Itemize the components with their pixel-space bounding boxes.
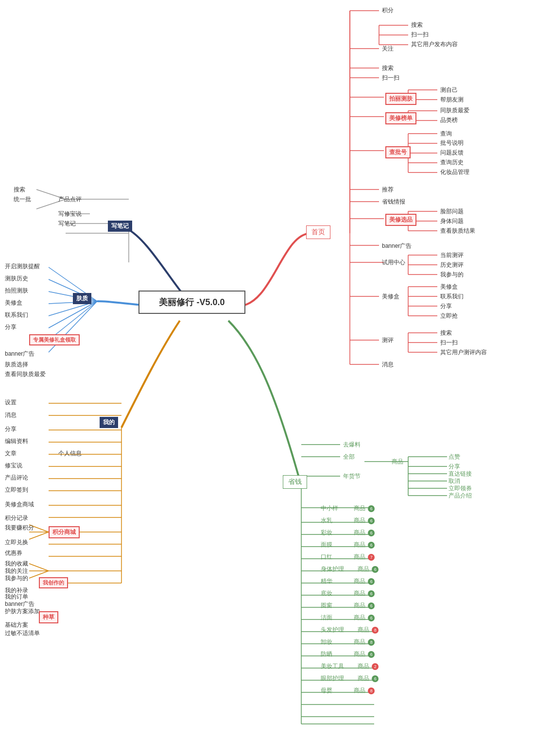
node-wodechuangzuo: 我创作的 [39,577,68,588]
node-save: 省钱 [283,475,307,489]
node-zhongcao: 种草 [39,611,58,623]
label-bangpengyou: 帮朋友测 [440,96,464,104]
label-fenxiang1: 分享 [440,302,452,310]
label-shangp3: 商品 6 [354,529,375,537]
label-dangqian: 当前测评 [440,251,464,259]
node-meixuan: 美修选品 [385,214,416,226]
label-jiemian: 洁面 [321,614,332,622]
node-write: 写笔记 [108,221,132,232]
label-meizhuanggj: 美妆工具 [321,662,344,670]
label-shangp14: 商品 2 [358,662,379,670]
label-youhuiquan: 优惠券 [5,549,22,557]
label-lijiduhuan: 立即兑换 [5,538,28,547]
label-lishi1: 历史测评 [440,261,464,269]
label-sousuo2: 搜索 [382,64,394,72]
label-mianmo: 面膜 [321,541,332,549]
label-xiubaoshuo: 修宝说 [5,462,22,470]
label-muying: 母婴 [321,687,332,695]
node-zhuanshulihebox: 专属美修礼盒领取 [29,334,80,345]
label-jichu: 基础方案 [5,621,28,629]
label-xiaoxi-m: 消息 [5,411,17,419]
label-guanzhu: 关注 [382,45,394,53]
label-shangp9: 商品 6 [354,601,375,610]
label-liqiang: 立即抢 [440,312,458,320]
label-gerenminfo: 个人信息 [58,449,82,458]
label-quanbu: 全部 [343,453,355,461]
label-shangp7: 商品 6 [354,577,375,585]
label-shezhi: 设置 [5,398,17,407]
label-shangp16: 商品 8 [354,687,375,695]
label-shangp5: 商品 7 [354,553,375,561]
label-shangp15: 商品 6 [358,674,379,683]
label-shangp8: 商品 6 [354,589,375,598]
label-sousuo-w: 搜索 [14,186,25,194]
label-qubaoliag: 去爆料 [343,441,361,449]
label-nianhj: 年货节 [343,472,361,481]
label-dizhuang: 底妆 [321,589,332,598]
label-sousuo1: 搜索 [411,21,423,29]
label-wocanyude: 我参与的 [440,271,464,279]
label-shangp6: 商品 6 [358,565,379,573]
label-tongfu: 同肤质最爱 [440,106,469,115]
label-meihebox-s: 美修盒 [5,299,22,307]
label-other-ceping: 其它用户测评内容 [440,348,487,357]
label-wenzhang: 文章 [5,449,17,458]
label-pinlei: 品类榜 [440,116,458,124]
label-shentiwt: 身体问题 [440,217,464,225]
label-chaxunls: 查询历史 [440,158,464,167]
label-chatonf: 查看同肤质最爱 [5,370,46,378]
label-pihao: 批号说明 [440,139,464,147]
label-xiexiu: 写修宝说 [58,210,82,218]
label-fuzhi: 肤质选择 [5,361,28,369]
label-ceziiji: 测自己 [440,86,458,94]
label-shangp13: 商品 6 [354,650,375,658]
center-node: 美丽修行 -V5.0.0 [138,291,245,314]
label-lianxi1: 联系我们 [440,292,464,301]
label-hufufa: 护肤方案添加 [5,607,40,616]
label-yuanchuang: 圆窗 [321,601,332,610]
label-caizhuang: 彩妆 [321,529,332,537]
label-other-content1: 其它用户发布内容 [411,40,458,49]
label-dianzan: 点赞 [448,453,460,461]
label-chafuzhi: 查看肤质结果 [440,227,475,235]
label-shangp2: 商品 6 [354,516,375,525]
label-kouhai: 口红 [321,553,332,561]
label-shiyong: 试用中心 [382,258,405,267]
node-chapihao: 查批号 [385,146,411,158]
label-shuiru: 水乳 [321,516,332,525]
label-jifen: 积分 [382,6,394,15]
label-lianxi-s: 联系我们 [5,311,28,319]
label-cppl: 产品点评 [58,195,82,204]
label-xiaoxi: 消息 [382,361,394,369]
label-wdecanyude: 我参与的 [5,574,28,583]
label-zhongxiaoyang: 中小样 [321,504,338,513]
label-tuijian: 推荐 [382,186,394,194]
label-fangshai: 防晒 [321,650,332,658]
label-meishangyu: 美修盒商域 [5,500,34,509]
node-skin: 肤质 [73,293,91,304]
label-cefulishi: 测肤历史 [5,275,28,283]
label-xiazhuang: 卸妆 [321,638,332,646]
label-tongyi: 统一批 [14,195,31,204]
label-banner-s: banner广告 [5,350,34,358]
label-shangp11: 商品 8 [358,626,379,634]
label-wenti: 问题反馈 [440,149,464,157]
label-yanbu: 眼部护理 [321,674,344,683]
label-meihebox2: 美修盒 [440,283,458,291]
label-xiebi: 写笔记 [58,220,76,228]
label-shangp10: 商品 6 [354,614,375,622]
label-fenxiang-m: 分享 [5,425,17,433]
label-jinghua: 精华 [321,577,332,585]
node-pailicefa: 拍丽测肤 [385,93,416,105]
label-shangp4: 商品 6 [354,541,375,549]
label-saoyisao1: 扫一扫 [411,31,429,39]
label-saoyisao2: 扫一扫 [382,74,399,82]
label-saoyisao3: 扫一扫 [440,339,458,347]
node-jifenshangcheng: 积分商城 [49,526,80,538]
node-mine: 我的 [100,417,118,428]
label-meihebox: 美修盒 [382,292,399,301]
label-paizhaoce: 拍照测肤 [5,287,28,295]
label-cppl-m: 产品评论 [5,474,28,482]
node-meibangdan: 美修榜单 [385,112,416,124]
label-shangp-nh: 商品 [392,458,403,466]
